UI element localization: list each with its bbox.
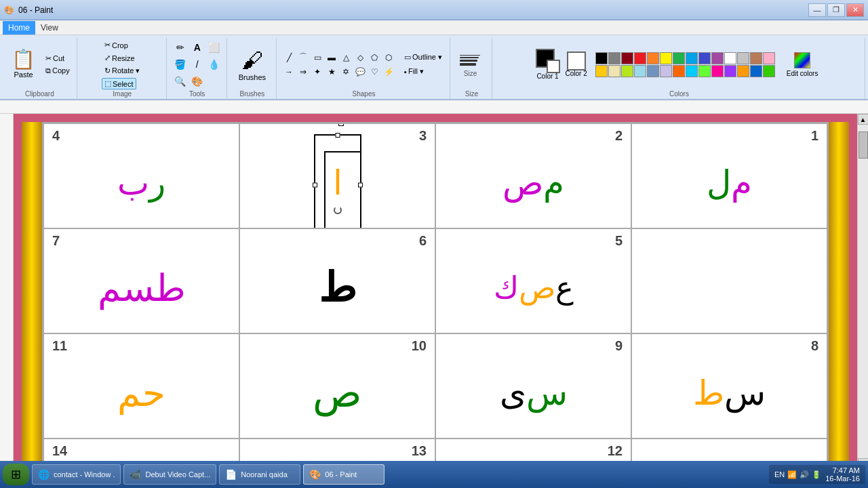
- fill-tool[interactable]: 🪣: [172, 56, 189, 73]
- shape-star5[interactable]: ★: [325, 65, 338, 79]
- palette-color[interactable]: [763, 65, 775, 77]
- palette-color[interactable]: [608, 65, 620, 77]
- shape-star6[interactable]: ✡: [339, 65, 353, 79]
- palette-color[interactable]: [621, 65, 633, 77]
- paste-button[interactable]: 📋 Paste: [7, 48, 40, 81]
- image-content: ✂ Crop ⤢ Resize ↻ Rotate ▾ ⬚ Select: [102, 39, 142, 89]
- shape-hex[interactable]: ⬡: [382, 51, 395, 64]
- palette-color[interactable]: [595, 65, 608, 77]
- palette-color[interactable]: [634, 52, 646, 64]
- menu-view[interactable]: View: [35, 21, 64, 35]
- restore-button[interactable]: ❐: [827, 3, 845, 17]
- size-line-2[interactable]: [460, 57, 479, 58]
- scroll-track-v[interactable]: [858, 125, 868, 458]
- clipboard-group: 📋 Paste ✂ Cut ⧉ Copy Clipboard: [3, 38, 77, 99]
- palette-color[interactable]: [737, 52, 749, 64]
- resize-button[interactable]: ⤢ Resize: [102, 52, 138, 64]
- palette-color[interactable]: [698, 65, 711, 77]
- start-button[interactable]: ⊞: [3, 464, 29, 485]
- palette-color[interactable]: [608, 52, 620, 64]
- shape-line[interactable]: ╱: [282, 51, 296, 64]
- shape-star4[interactable]: ✦: [311, 65, 324, 79]
- brushes-button[interactable]: 🖌 Brushes: [233, 45, 272, 85]
- color2-selector[interactable]: Color 2: [566, 52, 587, 77]
- palette-color[interactable]: [737, 65, 749, 77]
- minimize-button[interactable]: —: [808, 3, 826, 17]
- arabic-cell: [631, 228, 827, 333]
- outline-button[interactable]: ▭ Outline ▾: [401, 51, 446, 64]
- menu-home[interactable]: Home: [3, 21, 35, 35]
- shape-arrow2[interactable]: ⇒: [296, 65, 310, 79]
- palette-color[interactable]: [621, 52, 633, 64]
- shape-rect[interactable]: ▭: [311, 51, 324, 64]
- palette-color[interactable]: [660, 52, 672, 64]
- palette-color[interactable]: [750, 65, 762, 77]
- shape-tri[interactable]: △: [339, 51, 353, 64]
- palette-color[interactable]: [634, 65, 646, 77]
- rotate-button[interactable]: ↻ Rotate ▾: [102, 65, 142, 77]
- cut-button[interactable]: ✂ Cut: [43, 53, 73, 64]
- size-line-4[interactable]: [460, 63, 476, 66]
- palette-color[interactable]: [686, 65, 698, 77]
- palette-color[interactable]: [711, 65, 724, 77]
- palette-color[interactable]: [724, 52, 736, 64]
- canvas-area[interactable]: 4بر3 ا 2ص م1لم7طسم6ط5كصع11حم10ص9یس8طس14ح…: [14, 114, 857, 469]
- taskbar-debut-button[interactable]: 📹 Debut Video Capt...: [123, 464, 216, 485]
- edit-colors-button[interactable]: Edit colors: [782, 49, 823, 81]
- shapes-options: ▭ Outline ▾ ▪ Fill ▾: [401, 51, 446, 78]
- tray-time[interactable]: 7:47 AM 16-Mar-16: [825, 466, 860, 483]
- shape-heart[interactable]: ♡: [368, 65, 381, 79]
- shape-lightning[interactable]: ⚡: [382, 65, 395, 79]
- paint-tool[interactable]: 🎨: [189, 73, 205, 89]
- taskbar-paint-button[interactable]: 🎨 06 - Paint: [303, 464, 384, 485]
- palette-color[interactable]: [660, 65, 672, 77]
- size-line-1[interactable]: [460, 55, 480, 56]
- palette-color[interactable]: [724, 65, 736, 77]
- eraser-tool[interactable]: ⬜: [206, 39, 222, 56]
- shape-curve[interactable]: ⌒: [296, 51, 310, 64]
- shape-penta[interactable]: ⬠: [368, 51, 381, 64]
- cell-content: لم: [632, 131, 827, 228]
- palette-color[interactable]: [711, 52, 724, 64]
- shape-rect2[interactable]: ▬: [325, 51, 338, 64]
- brushes-group: 🖌 Brushes Brushes: [229, 38, 277, 99]
- palette-color[interactable]: [763, 52, 775, 64]
- vertical-scrollbar[interactable]: ▲ ▼: [857, 114, 868, 469]
- taskbar-contact-button[interactable]: 🌐 contact - Window .: [32, 464, 121, 485]
- gold-decoration-right: [829, 122, 849, 461]
- close-button[interactable]: ✕: [846, 3, 864, 17]
- scroll-thumb-v[interactable]: [859, 131, 868, 159]
- palette-color[interactable]: [647, 52, 659, 64]
- picker-tool[interactable]: 💧: [206, 56, 222, 73]
- line-tool[interactable]: /: [189, 56, 205, 73]
- gold-decoration-left: [22, 122, 42, 461]
- shape-arrow[interactable]: →: [282, 65, 296, 79]
- palette-color[interactable]: [686, 52, 698, 64]
- palette-color[interactable]: [673, 65, 685, 77]
- magnify-tool[interactable]: 🔍: [172, 73, 189, 89]
- frame-right: [849, 114, 857, 469]
- color1-selector[interactable]: Color 1: [536, 49, 560, 80]
- shape-diamond[interactable]: ◇: [353, 51, 367, 64]
- size-line-3[interactable]: [460, 60, 477, 62]
- title-bar-controls: — ❐ ✕: [808, 3, 864, 17]
- palette-color[interactable]: [750, 52, 762, 64]
- brush-icon: 🖌: [241, 48, 263, 73]
- text-tool[interactable]: A: [189, 39, 205, 56]
- scroll-up-button[interactable]: ▲: [858, 114, 869, 125]
- taskbar-noorani-button[interactable]: 📄 Noorani qaida: [219, 464, 300, 485]
- fill-button[interactable]: ▪ Fill ▾: [401, 65, 446, 78]
- cell-number: 5: [615, 233, 623, 249]
- palette-color[interactable]: [698, 52, 711, 64]
- contact-icon: 🌐: [38, 469, 50, 480]
- cell-number: 14: [52, 443, 67, 459]
- pencil-tool[interactable]: ✏: [172, 39, 189, 56]
- windows-logo-icon: ⊞: [11, 467, 21, 482]
- palette-color[interactable]: [595, 52, 608, 64]
- crop-button[interactable]: ✂ Crop: [102, 39, 131, 51]
- select-button[interactable]: ⬚ Select: [102, 78, 136, 89]
- palette-color[interactable]: [647, 65, 659, 77]
- shape-callout[interactable]: 💬: [353, 65, 367, 79]
- palette-color[interactable]: [673, 52, 685, 64]
- copy-button[interactable]: ⧉ Copy: [43, 65, 73, 77]
